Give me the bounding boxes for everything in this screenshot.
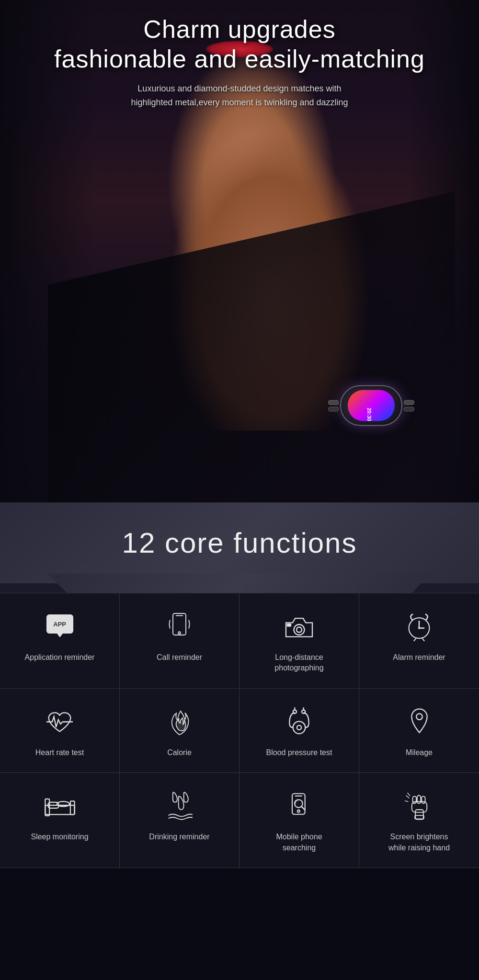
- svg-rect-31: [412, 796, 416, 803]
- svg-rect-5: [287, 624, 291, 626]
- grid-item-mileage: Mileage: [359, 689, 479, 773]
- functions-grid: APP Application reminder: [0, 593, 479, 868]
- drinking-label: Drinking reminder: [149, 832, 209, 842]
- hero-section: 20:30 Charm upgrades fashionable and eas…: [0, 0, 479, 502]
- location-icon: [402, 705, 436, 739]
- svg-point-26: [297, 810, 299, 812]
- svg-point-4: [297, 627, 302, 632]
- svg-line-36: [407, 792, 410, 796]
- grid-item-call-reminder: Call reminder: [120, 593, 240, 689]
- app-icon: APP: [43, 610, 77, 644]
- svg-line-11: [422, 638, 424, 641]
- svg-point-2: [178, 632, 181, 634]
- blood-pressure-label: Blood pressure test: [266, 747, 332, 758]
- app-reminder-label: Application reminder: [25, 652, 95, 663]
- grid-item-phone-search: Mobile phonesearching: [240, 773, 359, 868]
- fire-icon: [163, 705, 196, 739]
- raise-hand-icon: [402, 790, 436, 823]
- svg-rect-37: [415, 815, 424, 819]
- grid-item-blood-pressure: Blood pressure test: [240, 689, 359, 773]
- functions-section: 12 core functions APP Application remind…: [0, 502, 479, 868]
- hero-text-block: Charm upgrades fashionable and easily-ma…: [0, 0, 479, 109]
- water-icon: [163, 790, 196, 823]
- grid-item-alarm: Alarm reminder: [359, 593, 479, 689]
- svg-rect-32: [417, 795, 420, 803]
- grid-item-raise-hand: Screen brightenswhile raising hand: [359, 773, 479, 868]
- alarm-icon: [402, 610, 436, 644]
- svg-point-3: [294, 624, 305, 635]
- call-reminder-label: Call reminder: [157, 652, 202, 663]
- mileage-label: Mileage: [406, 747, 433, 758]
- phone-search-icon: [283, 790, 316, 823]
- grid-item-sleep: Sleep monitoring: [0, 773, 120, 868]
- grid-item-calorie: Calorie: [120, 689, 240, 773]
- grid-item-drinking: Drinking reminder: [120, 773, 240, 868]
- functions-title: 12 core functions: [10, 526, 469, 559]
- phone-icon: [163, 610, 196, 644]
- svg-line-34: [406, 795, 409, 798]
- functions-header: 12 core functions: [0, 502, 479, 583]
- blood-pressure-icon: [283, 705, 316, 739]
- grid-item-app-reminder: APP Application reminder: [0, 593, 120, 689]
- heart-rate-icon: [43, 705, 77, 739]
- svg-point-9: [418, 627, 420, 629]
- alarm-label: Alarm reminder: [393, 652, 445, 663]
- svg-point-12: [293, 722, 306, 734]
- svg-point-15: [302, 710, 305, 713]
- camera-label: Long-distancephotographing: [274, 652, 323, 674]
- svg-rect-33: [422, 796, 425, 803]
- raise-hand-label: Screen brightenswhile raising hand: [388, 832, 450, 853]
- svg-point-13: [297, 725, 301, 730]
- phone-search-label: Mobile phonesearching: [276, 832, 322, 853]
- heart-rate-label: Heart rate test: [35, 747, 84, 758]
- watch-graphic: 20:30: [340, 385, 402, 426]
- grid-item-heart-rate: Heart rate test: [0, 689, 120, 773]
- svg-rect-29: [415, 810, 423, 819]
- camera-icon: [283, 610, 316, 644]
- sleep-label: Sleep monitoring: [31, 832, 88, 842]
- watch-screen: 20:30: [348, 390, 395, 421]
- svg-point-18: [416, 714, 422, 720]
- hero-subtitle: Luxurious and diamond-studded design mat…: [0, 82, 479, 110]
- svg-point-14: [293, 710, 297, 713]
- hero-title: Charm upgrades fashionable and easily-ma…: [0, 14, 479, 74]
- svg-line-35: [404, 801, 408, 802]
- grid-item-camera: Long-distancephotographing: [240, 593, 359, 689]
- svg-line-28: [301, 806, 305, 810]
- svg-line-10: [414, 638, 416, 641]
- svg-rect-22: [70, 801, 74, 814]
- calorie-label: Calorie: [167, 747, 192, 758]
- sleep-icon: [43, 790, 77, 823]
